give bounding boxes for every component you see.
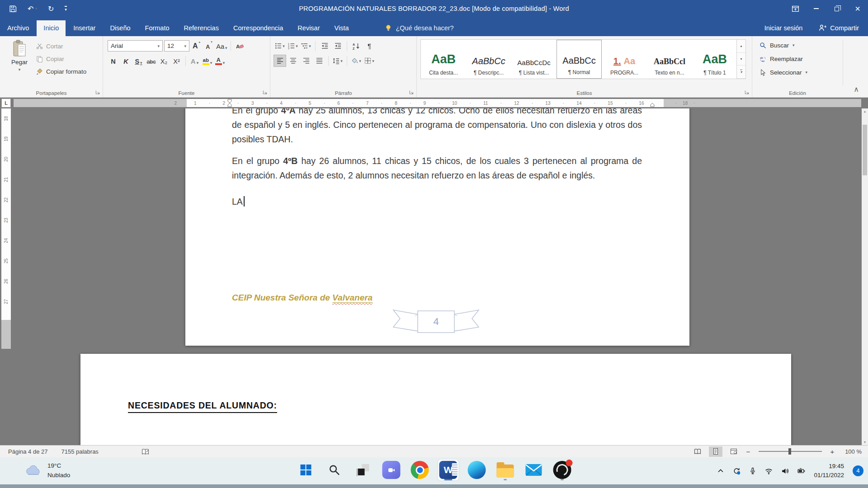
highlight-button[interactable]: ab▾ [202, 55, 213, 66]
teams-chat-button[interactable] [381, 460, 402, 480]
microphone-icon[interactable] [749, 467, 756, 474]
style-texto-en-negrita[interactable]: AaBbCclTexto en n... [647, 40, 692, 79]
font-size-combo[interactable]: 12▾ [164, 40, 189, 52]
notification-badge[interactable]: 4 [853, 465, 863, 476]
customize-qat-icon[interactable]: ▾ [65, 6, 67, 12]
styles-scroll-up-icon[interactable]: ▴ [737, 40, 745, 53]
align-center-button[interactable] [287, 55, 299, 66]
zoom-in-button[interactable]: + [829, 448, 835, 455]
weather-widget[interactable]: 19°CNublado [24, 461, 70, 480]
tab-stop-selector[interactable]: L [1, 99, 11, 108]
redo-button[interactable]: ↻ [48, 5, 54, 13]
style-descripcion[interactable]: AaBbCc¶ Descripc... [466, 40, 511, 79]
italic-button[interactable]: K [120, 55, 132, 66]
paste-caret-icon[interactable]: ▾ [19, 67, 21, 72]
battery-icon[interactable] [797, 467, 805, 475]
align-right-button[interactable] [300, 55, 312, 66]
shading-button[interactable]: ▾ [350, 55, 362, 66]
sync-status-icon[interactable] [733, 467, 741, 475]
superscript-button[interactable]: X² [171, 55, 182, 66]
word-taskbar-button[interactable]: W [438, 460, 459, 480]
left-indent-marker[interactable] [227, 99, 232, 107]
strikethrough-button[interactable]: abc [146, 55, 157, 66]
obs-button[interactable] [552, 460, 573, 480]
sign-in-link[interactable]: Iniciar sesión [764, 24, 803, 32]
numbering-button[interactable]: ▾ [287, 40, 299, 52]
start-button[interactable] [296, 460, 316, 480]
underline-button[interactable]: S▾ [133, 55, 144, 66]
zoom-level[interactable]: 100 % [840, 448, 862, 455]
zoom-slider[interactable] [759, 451, 822, 452]
bullets-button[interactable]: ▾ [274, 40, 286, 52]
tab-inicio[interactable]: Inicio [37, 20, 66, 36]
close-button[interactable]: × [847, 0, 868, 17]
zoom-out-button[interactable]: − [745, 448, 751, 455]
right-indent-marker[interactable] [650, 103, 655, 107]
word-count[interactable]: 7155 palabras [61, 448, 98, 455]
task-view-button[interactable] [353, 460, 373, 480]
select-button[interactable]: Seleccionar▾ [760, 67, 807, 78]
styles-scroll-down-icon[interactable]: ▾ [737, 53, 745, 66]
read-mode-button[interactable] [691, 446, 704, 457]
font-family-combo[interactable]: Arial▾ [108, 40, 163, 52]
multilevel-list-button[interactable]: ▾ [300, 40, 312, 52]
web-layout-button[interactable] [727, 446, 741, 457]
ribbon-display-options-button[interactable] [785, 0, 806, 17]
show-marks-button[interactable]: ¶ [363, 40, 375, 52]
minimize-button[interactable] [806, 0, 826, 17]
find-button[interactable]: Buscar▾ [760, 40, 807, 51]
borders-button[interactable]: ▾ [363, 55, 375, 66]
volume-icon[interactable] [781, 467, 789, 475]
print-layout-button[interactable] [709, 446, 722, 457]
collapse-ribbon-icon[interactable]: ∧ [854, 85, 859, 94]
replace-button[interactable]: Reemplazar [760, 53, 807, 64]
decrease-indent-button[interactable] [319, 40, 330, 52]
tab-archivo[interactable]: Archivo [0, 20, 36, 36]
format-painter-button[interactable]: Copiar formato [36, 67, 86, 76]
bold-button[interactable]: N [108, 55, 119, 66]
styles-dialog-launcher[interactable] [745, 90, 750, 95]
tab-formato[interactable]: Formato [138, 20, 176, 36]
style-programa[interactable]: 1.AaPROGRA... [602, 40, 647, 79]
tab-referencias[interactable]: Referencias [177, 20, 226, 36]
line-spacing-button[interactable]: ▾ [332, 55, 344, 66]
increase-indent-button[interactable] [332, 40, 344, 52]
copy-button[interactable]: Copiar [36, 54, 86, 63]
text-effects-button[interactable]: A▾ [189, 55, 200, 66]
undo-caret-icon[interactable]: ▾ [35, 6, 37, 11]
cut-button[interactable]: Cortar [36, 42, 86, 51]
clear-formatting-button[interactable] [234, 40, 245, 52]
scroll-down-icon[interactable]: ▾ [862, 440, 868, 444]
wifi-icon[interactable] [765, 467, 773, 475]
proofing-status-icon[interactable] [142, 448, 149, 455]
hidden-icons-chevron[interactable] [717, 467, 724, 474]
share-button[interactable]: Compartir [819, 24, 859, 32]
restore-button[interactable] [826, 0, 847, 17]
scrollbar-thumb[interactable] [863, 125, 867, 175]
tell-me-box[interactable]: ¿Qué desea hacer? [385, 24, 453, 36]
tab-diseno[interactable]: Diseño [103, 20, 137, 36]
style-cita-destacada[interactable]: AaBCita desta... [421, 40, 466, 79]
chrome-button[interactable] [410, 460, 430, 480]
subscript-button[interactable]: X₂ [158, 55, 170, 66]
file-explorer-button[interactable] [495, 460, 516, 480]
tab-correspondencia[interactable]: Correspondencia [226, 20, 290, 36]
scroll-up-icon[interactable]: ▴ [862, 109, 868, 113]
vertical-scrollbar[interactable]: ▴ ▾ [862, 108, 868, 445]
shrink-font-button[interactable]: A▾ [203, 40, 215, 52]
page-indicator[interactable]: Página 4 de 27 [8, 448, 47, 455]
font-dialog-launcher[interactable] [263, 90, 268, 95]
taskbar-search-button[interactable] [324, 460, 345, 480]
justify-button[interactable] [313, 55, 325, 66]
align-left-button[interactable] [274, 55, 286, 66]
edge-button[interactable] [467, 460, 487, 480]
style-titulo-1[interactable]: AaB¶ Título 1 [692, 40, 737, 79]
document-page-5[interactable]: NECESIDADES DEL ALUMNADO: [80, 354, 791, 445]
style-lista-vistosa[interactable]: AaBbCcDc¶ Lista vist... [511, 40, 557, 79]
paragraph-dialog-launcher[interactable] [409, 90, 414, 95]
zoom-slider-thumb[interactable] [788, 448, 791, 455]
style-normal[interactable]: AaBbCc¶ Normal [557, 40, 602, 79]
font-color-button[interactable]: A▾ [214, 55, 226, 66]
tab-insertar[interactable]: Insertar [66, 20, 102, 36]
tab-vista[interactable]: Vista [328, 20, 356, 36]
